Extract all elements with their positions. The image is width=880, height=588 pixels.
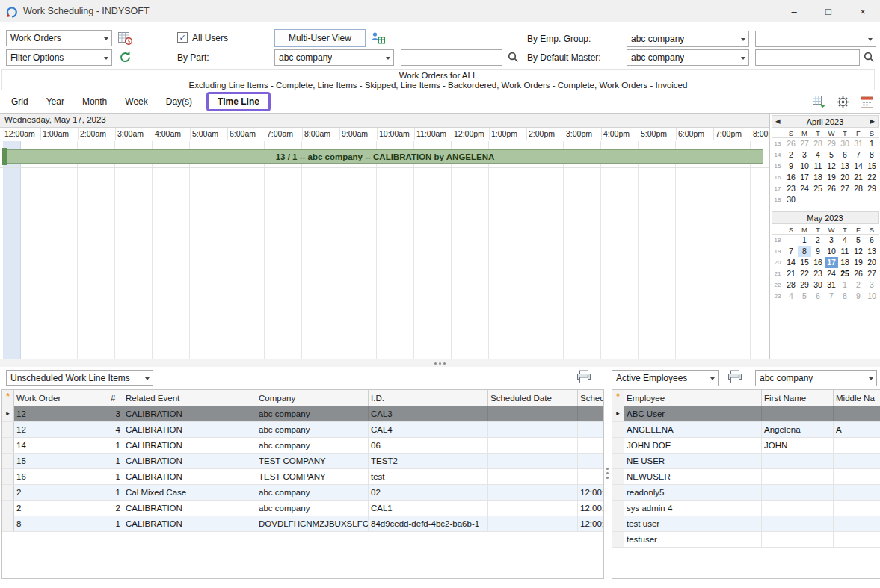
calendar-day[interactable]: 13: [865, 246, 879, 257]
calendar-day[interactable]: 7: [852, 149, 865, 161]
calendar-day[interactable]: 14: [852, 161, 865, 172]
calendar-day[interactable]: 24: [825, 268, 838, 279]
calendar-day[interactable]: 29: [865, 183, 879, 194]
vertical-splitter[interactable]: [603, 367, 612, 579]
calendar-day[interactable]: 4: [811, 149, 825, 161]
calendar-day[interactable]: 28: [811, 138, 825, 149]
table-row[interactable]: ANGELENAAngelenaA: [612, 422, 880, 438]
table-row[interactable]: 124CALIBRATIONabc companyCAL4: [2, 422, 603, 438]
calendar-day[interactable]: 31: [852, 138, 865, 149]
column-header-employee[interactable]: Employee: [624, 390, 762, 406]
part-search-icon[interactable]: [507, 51, 520, 64]
calendar-day[interactable]: 9: [852, 291, 865, 302]
calendar-day[interactable]: 2: [852, 279, 865, 291]
calendar-day[interactable]: [798, 194, 811, 205]
calendar-day[interactable]: 21: [784, 268, 798, 279]
schedule-calendar-icon[interactable]: [117, 31, 133, 46]
calendar-day[interactable]: 24: [798, 183, 811, 194]
calendar-day[interactable]: 23: [784, 183, 798, 194]
filter-options-select[interactable]: Filter Options: [6, 49, 112, 66]
table-row[interactable]: readonly5: [612, 485, 880, 501]
calendar-day[interactable]: 14: [784, 257, 798, 268]
calendar-day[interactable]: 4: [784, 291, 798, 302]
tab-grid[interactable]: Grid: [7, 94, 32, 109]
prev-month-icon[interactable]: ◀: [775, 117, 781, 125]
column-header-sched[interactable]: Sched: [578, 390, 604, 406]
calendar-day[interactable]: [784, 235, 798, 246]
calendar-day[interactable]: 11: [838, 246, 852, 257]
calendar-day[interactable]: 27: [798, 138, 811, 149]
employee-company-select[interactable]: abc company: [755, 370, 877, 386]
calendar-day[interactable]: 28: [852, 183, 865, 194]
by-part-select[interactable]: abc company: [274, 49, 394, 66]
table-row[interactable]: 151CALIBRATIONTEST COMPANYTEST2: [2, 454, 603, 469]
calendar-day[interactable]: 26: [825, 183, 838, 194]
calendar-day[interactable]: 7: [825, 291, 838, 302]
calendar-day[interactable]: 3: [865, 279, 879, 291]
table-row[interactable]: 81CALIBRATIONDOVDLFHCNMZJBUXSLFCGN(84d9c…: [2, 516, 603, 532]
calendar-day[interactable]: 6: [838, 149, 852, 161]
minimize-button[interactable]: –: [777, 0, 811, 22]
appointment-bar[interactable]: 13 / 1 -- abc company -- CALIBRATION by …: [7, 149, 763, 164]
calendar-day[interactable]: 22: [798, 268, 811, 279]
calendar-day[interactable]: 13: [838, 161, 852, 172]
calendar-day[interactable]: 29: [825, 138, 838, 149]
calendar-day[interactable]: 4: [838, 235, 852, 246]
calendar-day[interactable]: 12: [852, 246, 865, 257]
calendar-day[interactable]: 6: [811, 291, 825, 302]
next-month-icon[interactable]: ▶: [870, 117, 875, 125]
calendar-day[interactable]: [852, 194, 865, 205]
tab-week[interactable]: Week: [121, 94, 151, 109]
calendar-day[interactable]: 12: [825, 161, 838, 172]
calendar-day[interactable]: 26: [852, 268, 865, 279]
maximize-button[interactable]: □: [811, 0, 846, 22]
calendar-day[interactable]: 10: [865, 291, 879, 302]
emp-group-filter-select[interactable]: [755, 31, 876, 47]
calendar-day[interactable]: 22: [865, 172, 879, 183]
table-row[interactable]: 22CALIBRATIONabc companyCAL112:00:0: [2, 501, 603, 516]
calendar-day[interactable]: 1: [798, 235, 811, 246]
tab-day-s[interactable]: Day(s): [162, 94, 196, 109]
table-row[interactable]: NEWUSER: [612, 469, 880, 485]
calendar-day[interactable]: 18: [811, 172, 825, 183]
tab-year[interactable]: Year: [43, 94, 68, 109]
calendar-day[interactable]: 11: [811, 161, 825, 172]
column-header-i-d[interactable]: I.D.: [369, 390, 488, 406]
calendar-day[interactable]: 1: [838, 279, 852, 291]
calendar-day[interactable]: 3: [825, 235, 838, 246]
tab-time-line[interactable]: Time Line: [206, 92, 271, 111]
calendar-day[interactable]: [825, 194, 838, 205]
table-row[interactable]: test user: [612, 516, 880, 532]
calendar-day[interactable]: 30: [838, 138, 852, 149]
calendar-day[interactable]: 16: [784, 172, 798, 183]
calendar-day[interactable]: 10: [798, 161, 811, 172]
calendar-day[interactable]: 3: [798, 149, 811, 161]
calendar-day[interactable]: 5: [798, 291, 811, 302]
calendar-day[interactable]: 10: [825, 246, 838, 257]
column-header-middle-na[interactable]: Middle Na: [834, 390, 880, 406]
calendar-day[interactable]: 25: [811, 183, 825, 194]
table-row[interactable]: NE USER: [612, 454, 880, 469]
calendar-day[interactable]: 27: [865, 268, 879, 279]
table-row[interactable]: sys admin 4: [612, 501, 880, 516]
calendar-day[interactable]: 16: [811, 257, 825, 268]
calendar-day[interactable]: 2: [784, 149, 798, 161]
calendar-day[interactable]: 19: [825, 172, 838, 183]
refresh-icon[interactable]: [118, 50, 132, 64]
calendar-day[interactable]: [811, 194, 825, 205]
column-header-related-event[interactable]: Related Event: [123, 390, 256, 406]
employees-print-icon[interactable]: [727, 369, 743, 385]
calendar-day[interactable]: 21: [852, 172, 865, 183]
calendar-day[interactable]: 1: [865, 138, 879, 149]
work-items-selector[interactable]: Unscheduled Work Line Items: [6, 370, 153, 386]
calendar-day[interactable]: 15: [798, 257, 811, 268]
table-row[interactable]: 21Cal Mixed Caseabc company0212:00:0: [2, 485, 603, 501]
calendar-day[interactable]: 5: [825, 149, 838, 161]
timeline-body[interactable]: 13 / 1 -- abc company -- CALIBRATION by …: [0, 141, 769, 359]
master-search-icon[interactable]: [863, 51, 876, 64]
calendar-day[interactable]: 8: [798, 246, 811, 257]
column-header-scheduled-date[interactable]: Scheduled Date: [488, 390, 578, 406]
tab-month[interactable]: Month: [79, 94, 111, 109]
calendar-day[interactable]: 19: [852, 257, 865, 268]
calendar-day[interactable]: [865, 194, 879, 205]
